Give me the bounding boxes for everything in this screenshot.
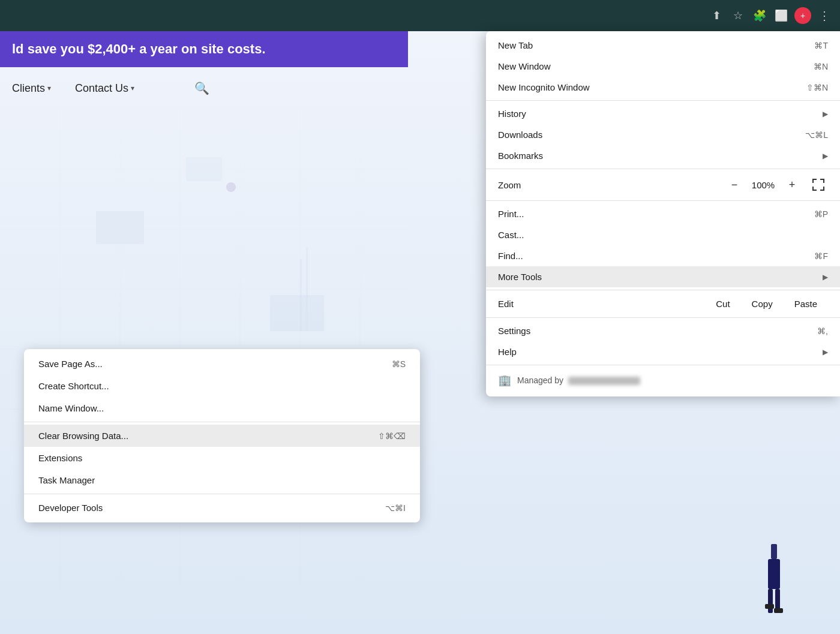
menu-item-more-tools-label: More Tools bbox=[498, 272, 542, 282]
menu-item-find-shortcut: ⌘F bbox=[814, 251, 828, 261]
sub-menu-item-task-manager-label: Task Manager bbox=[38, 475, 95, 485]
avatar-icon[interactable]: + bbox=[794, 7, 811, 24]
sub-menu-item-save-page[interactable]: Save Page As... ⌘S bbox=[24, 353, 420, 375]
menu-item-downloads[interactable]: Downloads ⌥⌘L bbox=[486, 124, 840, 145]
managed-by-text: Managed by bbox=[517, 375, 640, 385]
svg-rect-18 bbox=[768, 559, 780, 589]
sub-menu-item-clear-browsing-shortcut: ⇧⌘⌫ bbox=[378, 431, 406, 441]
menu-separator-2 bbox=[486, 169, 840, 169]
sub-menu-item-save-page-shortcut: ⌘S bbox=[392, 359, 406, 369]
menu-item-find[interactable]: Find... ⌘F bbox=[486, 245, 840, 266]
menu-item-history-label: History bbox=[498, 109, 526, 119]
chrome-context-menu: New Tab ⌘T New Window ⌘N New Incognito W… bbox=[486, 31, 840, 396]
menu-item-new-tab-shortcut: ⌘T bbox=[814, 41, 828, 50]
tab-search-icon[interactable]: ⬜ bbox=[773, 7, 790, 24]
bookmark-icon[interactable]: ☆ bbox=[730, 7, 746, 24]
sub-menu-item-save-page-label: Save Page As... bbox=[38, 359, 103, 369]
promo-banner-text: ld save you $2,400+ a year on site costs… bbox=[12, 41, 266, 57]
menu-item-new-window[interactable]: New Window ⌘N bbox=[486, 56, 840, 77]
menu-item-new-window-label: New Window bbox=[498, 61, 551, 71]
menu-separator-1 bbox=[486, 100, 840, 101]
promo-banner: ld save you $2,400+ a year on site costs… bbox=[0, 31, 408, 67]
zoom-in-button[interactable]: + bbox=[781, 175, 803, 194]
nav-clients-label: Clients bbox=[12, 82, 45, 95]
zoom-label: Zoom bbox=[498, 180, 724, 190]
menu-item-cast-label: Cast... bbox=[498, 230, 524, 240]
menu-item-bookmarks-label: Bookmarks bbox=[498, 151, 543, 161]
copy-button[interactable]: Copy bbox=[741, 296, 784, 311]
menu-item-incognito[interactable]: New Incognito Window ⇧⌘N bbox=[486, 77, 840, 98]
menu-item-new-tab-label: New Tab bbox=[498, 40, 533, 50]
svg-rect-16 bbox=[306, 247, 308, 331]
sub-menu-item-dev-tools-label: Developer Tools bbox=[38, 503, 103, 513]
menu-item-settings[interactable]: Settings ⌘, bbox=[486, 320, 840, 341]
chrome-menu-button[interactable]: ⋮ bbox=[816, 7, 833, 24]
menu-item-settings-label: Settings bbox=[498, 326, 530, 336]
sub-menu-item-dev-tools[interactable]: Developer Tools ⌥⌘I bbox=[24, 497, 420, 519]
sub-menu-item-create-shortcut-label: Create Shortcut... bbox=[38, 381, 109, 391]
chevron-down-icon: ▾ bbox=[47, 84, 51, 92]
sub-menu-item-extensions[interactable]: Extensions bbox=[24, 447, 420, 469]
more-tools-submenu: Save Page As... ⌘S Create Shortcut... Na… bbox=[24, 349, 420, 522]
menu-item-incognito-label: New Incognito Window bbox=[498, 82, 590, 92]
svg-rect-11 bbox=[96, 211, 144, 244]
menu-item-print-label: Print... bbox=[498, 209, 524, 219]
zoom-out-button[interactable]: − bbox=[724, 175, 745, 194]
sub-menu-separator-2 bbox=[24, 494, 420, 494]
share-icon[interactable]: ⬆ bbox=[708, 7, 725, 24]
building-icon: 🏢 bbox=[498, 374, 511, 387]
edit-actions: Cut Copy Paste bbox=[705, 296, 828, 311]
menu-item-print[interactable]: Print... ⌘P bbox=[486, 203, 840, 224]
menu-item-bookmarks[interactable]: Bookmarks ▶ bbox=[486, 145, 840, 166]
menu-item-help-label: Help bbox=[498, 347, 517, 357]
sub-menu-item-create-shortcut[interactable]: Create Shortcut... bbox=[24, 375, 420, 397]
menu-separator-5 bbox=[486, 317, 840, 318]
nav-clients[interactable]: Clients ▾ bbox=[12, 82, 51, 95]
menu-item-find-label: Find... bbox=[498, 251, 523, 261]
menu-item-settings-shortcut: ⌘, bbox=[817, 326, 828, 336]
menu-item-more-tools[interactable]: More Tools ▶ bbox=[486, 266, 840, 287]
menu-separator-3 bbox=[486, 200, 840, 201]
submenu-arrow-icon: ▶ bbox=[823, 273, 828, 281]
submenu-arrow-icon: ▶ bbox=[823, 110, 828, 118]
svg-rect-12 bbox=[186, 157, 222, 181]
svg-rect-21 bbox=[765, 604, 774, 609]
menu-item-downloads-shortcut: ⌥⌘L bbox=[805, 130, 828, 140]
submenu-arrow-icon: ▶ bbox=[823, 152, 828, 160]
paste-button[interactable]: Paste bbox=[784, 296, 828, 311]
edit-row: Edit Cut Copy Paste bbox=[486, 293, 840, 315]
search-icon[interactable]: 🔍 bbox=[194, 81, 209, 95]
menu-item-help[interactable]: Help ▶ bbox=[486, 341, 840, 362]
extensions-icon[interactable]: 🧩 bbox=[751, 7, 768, 24]
nav-contact-us[interactable]: Contact Us ▾ bbox=[75, 82, 134, 95]
chevron-down-icon: ▾ bbox=[131, 84, 134, 92]
svg-rect-22 bbox=[774, 608, 783, 613]
sub-menu-item-dev-tools-shortcut: ⌥⌘I bbox=[385, 503, 406, 513]
sub-menu-item-name-window[interactable]: Name Window... bbox=[24, 397, 420, 419]
svg-rect-19 bbox=[768, 589, 773, 613]
website-nav: Clients ▾ Contact Us ▾ 🔍 bbox=[0, 73, 408, 103]
managed-by-row: 🏢 Managed by bbox=[486, 368, 840, 393]
fullscreen-button[interactable] bbox=[809, 175, 828, 194]
sub-menu-item-clear-browsing[interactable]: Clear Browsing Data... ⇧⌘⌫ bbox=[24, 425, 420, 447]
svg-rect-15 bbox=[300, 259, 302, 331]
zoom-row: Zoom − 100% + bbox=[486, 172, 840, 198]
sub-menu-item-task-manager[interactable]: Task Manager bbox=[24, 469, 420, 491]
browser-topbar: ⬆ ☆ 🧩 ⬜ + ⋮ bbox=[0, 0, 840, 31]
svg-point-14 bbox=[226, 182, 236, 192]
submenu-arrow-icon: ▶ bbox=[823, 348, 828, 356]
nav-contact-us-label: Contact Us bbox=[75, 82, 128, 95]
menu-item-new-tab[interactable]: New Tab ⌘T bbox=[486, 35, 840, 56]
menu-item-new-window-shortcut: ⌘N bbox=[814, 62, 828, 71]
menu-separator-6 bbox=[486, 365, 840, 365]
menu-item-incognito-shortcut: ⇧⌘N bbox=[806, 83, 828, 92]
sub-menu-item-extensions-label: Extensions bbox=[38, 453, 82, 463]
cut-button[interactable]: Cut bbox=[705, 296, 740, 311]
menu-item-cast[interactable]: Cast... bbox=[486, 224, 840, 245]
menu-item-print-shortcut: ⌘P bbox=[814, 209, 828, 219]
svg-rect-17 bbox=[771, 544, 777, 559]
sub-menu-separator-1 bbox=[24, 422, 420, 422]
menu-item-history[interactable]: History ▶ bbox=[486, 103, 840, 124]
sub-menu-item-clear-browsing-label: Clear Browsing Data... bbox=[38, 431, 128, 441]
figure-decoration bbox=[756, 544, 792, 616]
